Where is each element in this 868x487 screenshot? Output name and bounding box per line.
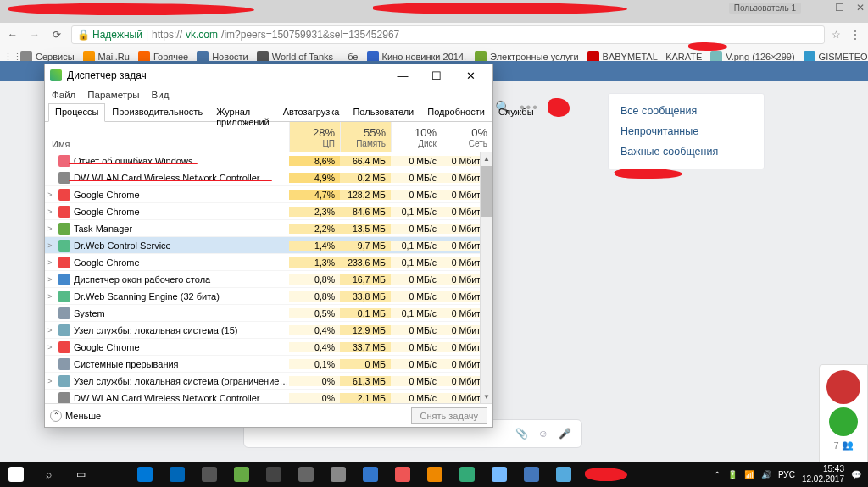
taskmgr-icon [50,69,62,81]
taskbar-app[interactable] [419,462,451,487]
process-row[interactable]: Системные прерывания 0,1% 0 МБ 0 МБ/с 0 … [45,356,492,373]
process-row[interactable]: DW WLAN Card Wireless Network Controller… [45,169,492,186]
star-icon[interactable]: ☆ [832,29,841,41]
process-row[interactable]: System 0,5% 0,1 МБ 0,1 МБ/с 0 Мбит/с [45,305,492,322]
close-button[interactable]: ✕ [453,65,487,86]
taskbar-app[interactable] [129,462,161,487]
tray-chevron-icon[interactable]: ⌃ [714,470,721,479]
end-task-button[interactable]: Снять задачу [411,407,488,424]
maximize-icon[interactable]: ☐ [835,2,844,14]
taskbar-app[interactable] [161,462,193,487]
vk-sidebar-item[interactable]: Все сообщения [609,101,764,121]
minimize-button[interactable]: — [386,65,420,86]
tab[interactable]: Службы [492,103,541,121]
process-row[interactable]: DW WLAN Card Wireless Network Controller… [45,390,492,403]
expand-icon[interactable]: > [45,258,55,267]
tab[interactable]: Автозагрузка [276,103,347,121]
scroll-thumb[interactable] [481,166,492,217]
menu-item[interactable]: Файл [52,90,75,100]
taskbar-app[interactable] [322,462,354,487]
taskbar-app[interactable] [354,462,387,487]
expand-icon[interactable]: > [45,343,55,351]
menu-item[interactable]: Вид [152,90,170,100]
process-row[interactable]: > Узел службы: локальная система (ограни… [45,373,492,390]
col-name[interactable]: ⌄Имя [45,122,289,152]
process-row[interactable]: > Dr.Web Scanning Engine (32 бита) 0,8% … [45,288,492,305]
tab[interactable]: Пользователи [346,103,420,121]
search-button[interactable]: ⌕ [32,462,64,487]
tab[interactable]: Процессы [48,103,105,122]
menu-icon[interactable]: ⋮ [848,27,863,42]
emoji-icon[interactable]: ☺ [538,428,548,440]
tab[interactable]: Журнал приложений [209,103,276,121]
process-row[interactable]: > Dr.Web Control Service 1,4% 9,7 МБ 0,1… [45,237,492,254]
tray-lang[interactable]: РУС [778,470,795,479]
taskbar-app[interactable] [97,462,129,487]
mic-icon[interactable]: 🎤 [559,428,571,440]
scroll-up-icon[interactable]: ▲ [481,152,492,165]
taskbar-app[interactable] [548,462,580,487]
cpu-cell: 0,5% [289,308,340,318]
tray-volume-icon[interactable]: 🔊 [761,470,771,479]
vk-side-widget[interactable]: 7 👥 [819,364,868,466]
system-tray[interactable]: ⌃ 🔋 📶 🔊 РУС 15:4312.02.2017 💬 [714,464,868,484]
process-row[interactable]: > Узел службы: локальная система (15) 0,… [45,322,492,339]
process-row[interactable]: Отчет об ошибках Windows 8,6% 66,4 МБ 0 … [45,152,492,169]
url-path: /im?peers=150759931&sel=135452967 [221,29,399,41]
expand-icon[interactable]: > [45,326,55,335]
expand-icon[interactable]: > [45,241,55,250]
process-row[interactable]: > Диспетчер окон рабочего стола 0,8% 16,… [45,271,492,288]
tray-icon[interactable]: 🔋 [727,470,737,479]
mem-cell: 33,8 МБ [340,291,391,302]
taskbar-app[interactable] [258,462,290,487]
tab[interactable]: Производительность [105,103,209,121]
col-network[interactable]: 0%Сеть [442,122,492,152]
col-cpu[interactable]: 28%ЦП [289,122,340,152]
minimize-icon[interactable]: — [813,2,823,14]
start-button[interactable] [0,462,32,487]
taskbar-app[interactable] [193,462,225,487]
process-row[interactable]: > Google Chrome 2,3% 84,6 МБ 0,1 МБ/с 0 … [45,203,492,220]
address-bar[interactable]: 🔒 Надежный | https://vk.com/im?peers=150… [71,25,825,44]
taskbar-app[interactable] [483,462,515,487]
taskbar-app[interactable] [225,462,258,487]
taskbar-app[interactable] [387,462,419,487]
tab[interactable]: Подробности [420,103,492,121]
tray-clock[interactable]: 15:4312.02.2017 [802,464,844,484]
disk-cell: 0 МБ/с [391,173,442,183]
disk-cell: 0 МБ/с [391,376,442,386]
expand-icon[interactable]: > [45,292,55,301]
action-center-icon[interactable]: 💬 [851,470,861,479]
col-memory[interactable]: 55%Память [340,122,391,152]
forward-button[interactable]: → [27,27,42,42]
process-icon [58,155,70,167]
close-icon[interactable]: ✕ [856,2,865,14]
process-row[interactable]: > Google Chrome 1,3% 233,6 МБ 0,1 МБ/с 0… [45,254,492,271]
expand-icon[interactable]: > [45,377,55,385]
expand-icon[interactable]: > [45,275,55,284]
taskbar-app[interactable] [451,462,483,487]
expand-icon[interactable]: > [45,224,55,233]
expand-icon[interactable]: > [45,208,55,216]
menu-item[interactable]: Параметры [87,90,139,100]
taskbar-app[interactable] [515,462,548,487]
col-disk[interactable]: 10%Диск [391,122,442,152]
scrollbar[interactable]: ▲ ▼ [480,152,492,403]
tray-network-icon[interactable]: 📶 [744,470,754,479]
back-button[interactable]: ← [5,27,20,42]
process-row[interactable]: > Task Manager 2,2% 13,5 МБ 0 МБ/с 0 Мби… [45,220,492,237]
scroll-down-icon[interactable]: ▼ [481,390,492,403]
vk-sidebar-item[interactable]: Непрочитанные [609,121,764,141]
user-badge[interactable]: Пользователь 1 [729,3,801,14]
process-row[interactable]: > Google Chrome 0,4% 33,7 МБ 0 МБ/с 0 Мб… [45,339,492,356]
taskbar-app[interactable] [290,462,322,487]
attach-icon[interactable]: 📎 [515,428,528,440]
reload-button[interactable]: ⟳ [49,27,64,42]
titlebar[interactable]: Диспетчер задач — ☐ ✕ [45,64,492,86]
vk-sidebar-item[interactable]: Важные сообщения [609,141,764,162]
maximize-button[interactable]: ☐ [420,65,453,86]
expand-icon[interactable]: > [45,191,55,199]
fewer-details-button[interactable]: ⌃Меньше [50,410,101,422]
task-view-button[interactable]: ▭ [64,462,97,487]
process-row[interactable]: > Google Chrome 4,7% 128,2 МБ 0 МБ/с 0 М… [45,186,492,203]
